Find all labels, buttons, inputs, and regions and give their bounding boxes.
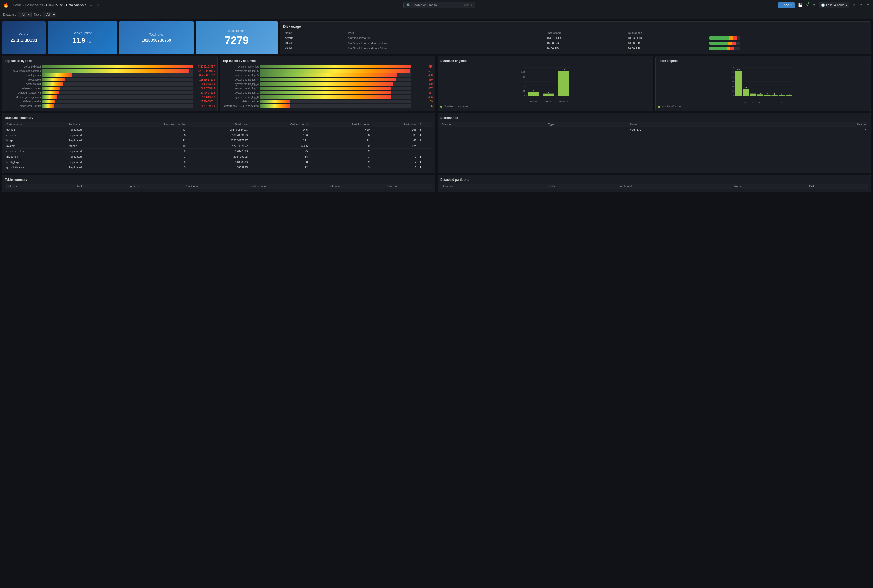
db-cols: 72: [249, 165, 309, 170]
uptime-value: 11.9: [72, 36, 86, 44]
top-tables-rows-card: Top tables by rows default.wikistat 4383…: [2, 56, 218, 111]
row-value: 85459831902: [194, 74, 215, 77]
ts-col-partition-count: Partition count: [247, 184, 326, 189]
list-item: default.reddit 9946243959: [5, 82, 215, 86]
db-tables: 3: [115, 165, 187, 170]
svg-text:Replicated: Replicated: [559, 100, 568, 102]
row-label: system.metric_log_4: [223, 78, 258, 81]
disk-free: 16.00 EiB: [545, 46, 626, 51]
list-item: system.metric_log_4 480: [223, 78, 433, 81]
list-item: default.wikistat_sampled 425113930155: [5, 69, 215, 73]
row-label: ethereum.traces: [5, 87, 41, 90]
share-button[interactable]: ⇪: [96, 2, 101, 8]
db-partitions: 420: [309, 127, 371, 132]
db-tables: 3: [115, 154, 187, 159]
breadcrumb-dashboards[interactable]: Dashboards: [25, 3, 43, 7]
breadcrumb-home[interactable]: Home: [13, 3, 22, 7]
row-value: 4023159850: [194, 105, 215, 107]
row-value: 466: [412, 96, 433, 99]
db-name: git_clickhouse: [5, 165, 67, 170]
ts-col-database: Database ▼: [5, 184, 75, 189]
list-item: default.youtube 4557605031: [5, 100, 215, 103]
menu-button[interactable]: ≡: [866, 2, 870, 8]
row-label: default.primes: [5, 74, 41, 77]
svg-text:1: 1: [789, 93, 789, 95]
db-name: mgbench: [5, 154, 67, 159]
table-row: system Atomic 15 4728492162 5356 29 124 …: [5, 143, 433, 148]
list-item: blogs.forex 11581517103: [5, 78, 215, 81]
settings-button[interactable]: ⚙: [812, 2, 817, 8]
bar-rect: [558, 71, 569, 96]
add-button[interactable]: + Add ▾: [778, 2, 795, 8]
table-row: imdb_large Replicated 2 101000000 8 2 2 …: [5, 159, 433, 165]
help-button[interactable]: ?: [806, 2, 810, 8]
disk-free: 16.00 EiB: [545, 40, 626, 46]
table-filter-select[interactable]: All: [43, 12, 57, 18]
db-tables: 15: [115, 143, 187, 148]
list-item: default.ontime 109: [223, 100, 433, 103]
table-engines-title: Table engines: [658, 59, 868, 63]
star-button[interactable]: ☆: [88, 2, 94, 8]
row-value: 535: [412, 65, 433, 68]
table-engines-chart: 020406080100120105Replicated...29MergeTr…: [658, 65, 868, 108]
svg-text:1: 1: [548, 91, 549, 93]
svg-text:Memory: Memory: [530, 100, 537, 102]
db-cols: 5356: [249, 143, 309, 148]
svg-text:Atomic: Atomic: [545, 100, 552, 102]
ts-col-table: Table ▼: [75, 184, 125, 189]
table-row: ethereum Replicated 6 16887839156 106 6 …: [5, 132, 433, 138]
db-rows: 4728492162: [187, 143, 249, 148]
db-name: ethereum_test: [5, 148, 67, 154]
row-value: 11581517103: [194, 78, 215, 81]
db-name: blogs: [5, 138, 67, 143]
search-kbd: cmd+k: [464, 4, 472, 6]
disk-name: s3disk: [283, 40, 346, 46]
save-button[interactable]: 💾: [797, 2, 803, 8]
table-engines-svg: 020406080100120105Replicated...29MergeTr…: [658, 65, 868, 103]
db-rows: 17077898: [187, 148, 249, 154]
disk-total: 183.38 GiB: [626, 35, 708, 41]
list-item: default.github_events 5968049706: [5, 95, 215, 99]
svg-text:60: 60: [732, 81, 734, 82]
list-item: system.metric_log_0 466: [223, 95, 433, 99]
search-placeholder: Search or jump to...: [412, 3, 440, 7]
bar-rect: [786, 95, 792, 96]
search-bar[interactable]: 🔍 Search or jump to... cmd+k: [404, 2, 475, 8]
svg-text:0: 0: [524, 94, 526, 97]
bar-rect: [750, 94, 756, 96]
row-value: 105: [412, 105, 433, 107]
bar-rect: [764, 95, 770, 96]
refresh-button[interactable]: ↺: [859, 2, 864, 8]
db-partitions: 2: [309, 159, 371, 165]
row-bar: [260, 91, 411, 94]
bottom-row: Table summary Database ▼ Table ▼ Engine …: [2, 175, 871, 192]
top-rows-chart: default.wikistat 438362103457 default.wi…: [5, 65, 215, 108]
db-parts: 3: [371, 148, 418, 154]
svg-text:7.5: 7.5: [522, 80, 526, 82]
row-value: 438362103457: [194, 65, 215, 68]
table-summary-card: Table summary Database ▼ Table ▼ Engine …: [2, 175, 435, 192]
db-rows: 206729016: [187, 154, 249, 159]
dp-col-name: Name: [733, 184, 808, 189]
svg-text:Distributed: Distributed: [746, 101, 753, 103]
zoom-out-button[interactable]: ⊖: [851, 2, 856, 8]
db-engine: Replicated: [67, 132, 115, 138]
db-engines-title: Database engines: [440, 59, 650, 63]
disk-col-total: Total space: [626, 30, 708, 35]
db-engine: Replicated: [67, 127, 115, 132]
row-value: 467: [412, 87, 433, 90]
time-range-button[interactable]: 🕐 Last 24 hours ▾: [819, 2, 849, 8]
db-tables: 43: [115, 127, 187, 132]
svg-text:Viewing: Viewing: [783, 101, 789, 103]
dict-status: NOT_L...: [628, 127, 756, 132]
db-engine: Replicated: [67, 165, 115, 170]
col-s: S: [418, 122, 433, 127]
db-s: 1: [418, 132, 433, 138]
row-bar: [42, 87, 194, 90]
db-partitions: 21: [309, 138, 371, 143]
database-filter-select[interactable]: All: [18, 12, 32, 18]
main-content: Version 23.3.1.30133 Server uptime 11.9 …: [0, 19, 873, 194]
list-item: ethereum.traces 6634755743: [5, 87, 215, 90]
legend-label: Number of tables: [662, 105, 681, 108]
row-bar: [260, 78, 411, 81]
